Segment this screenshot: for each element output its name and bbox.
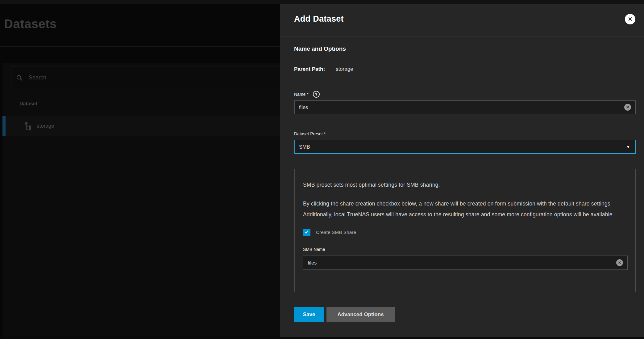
dataset-preset-select[interactable]: SMB ▼ bbox=[294, 140, 636, 154]
dialog-button-row: Save Advanced Options bbox=[294, 307, 395, 322]
help-glyph: ? bbox=[315, 92, 318, 97]
search-icon bbox=[16, 75, 23, 81]
smb-name-label: SMB Name bbox=[303, 247, 627, 252]
create-smb-share-label: Create SMB Share bbox=[316, 230, 356, 235]
clear-smb-name-icon[interactable]: ✕ bbox=[616, 259, 623, 266]
parent-path-label: Parent Path: bbox=[294, 66, 325, 72]
section-title: Name and Options bbox=[294, 45, 346, 52]
datasets-card: Dataset storage bbox=[2, 63, 280, 337]
bottom-bar bbox=[0, 337, 644, 339]
parent-path-value: storage bbox=[336, 66, 353, 72]
clear-glyph: ✕ bbox=[626, 105, 629, 109]
search-input[interactable] bbox=[23, 74, 280, 81]
table-header-dataset: Dataset bbox=[19, 101, 37, 107]
name-label: Name * bbox=[294, 92, 309, 97]
chevron-down-icon: ▼ bbox=[626, 145, 630, 149]
create-smb-share-row: ✓ Create SMB Share bbox=[303, 229, 627, 236]
close-icon: ✕ bbox=[628, 16, 632, 22]
info-paragraph-2: By clicking the share creation checkbox … bbox=[303, 198, 626, 220]
clear-glyph: ✕ bbox=[618, 261, 621, 265]
info-paragraph-1: SMB preset sets most optimal settings fo… bbox=[303, 180, 627, 190]
dataset-tree-icon bbox=[23, 122, 32, 130]
clear-name-icon[interactable]: ✕ bbox=[624, 104, 631, 111]
name-input[interactable] bbox=[295, 104, 624, 110]
page-title: Datasets bbox=[4, 17, 57, 31]
page-divider bbox=[0, 46, 280, 47]
dataset-row-storage[interactable]: storage bbox=[2, 116, 280, 136]
dataset-row-label: storage bbox=[37, 123, 54, 129]
preset-selected-value: SMB bbox=[295, 144, 626, 150]
smb-info-box: SMB preset sets most optimal settings fo… bbox=[294, 169, 636, 292]
create-smb-share-checkbox[interactable]: ✓ bbox=[303, 229, 310, 236]
smb-name-input[interactable] bbox=[303, 260, 616, 266]
name-field: ✕ bbox=[294, 100, 636, 114]
name-label-row: Name * ? bbox=[294, 91, 320, 98]
advanced-options-button[interactable]: Advanced Options bbox=[326, 307, 395, 322]
parent-path: Parent Path: storage bbox=[294, 66, 353, 72]
top-bar bbox=[0, 0, 644, 4]
add-dataset-dialog: Add Dataset ✕ Name and Options Parent Pa… bbox=[280, 4, 644, 337]
preset-label: Dataset Preset * bbox=[294, 131, 326, 136]
dialog-header: Add Dataset ✕ bbox=[280, 4, 644, 36]
datasets-page: Datasets Dataset storage bbox=[0, 4, 280, 337]
dialog-title: Add Dataset bbox=[294, 14, 344, 24]
check-icon: ✓ bbox=[305, 230, 309, 235]
save-button[interactable]: Save bbox=[294, 307, 324, 322]
screen: Datasets Dataset storage bbox=[0, 0, 644, 339]
help-icon[interactable]: ? bbox=[313, 91, 320, 98]
search-box[interactable] bbox=[11, 66, 280, 89]
smb-name-field: ✕ bbox=[303, 256, 628, 270]
close-button[interactable]: ✕ bbox=[625, 14, 635, 24]
